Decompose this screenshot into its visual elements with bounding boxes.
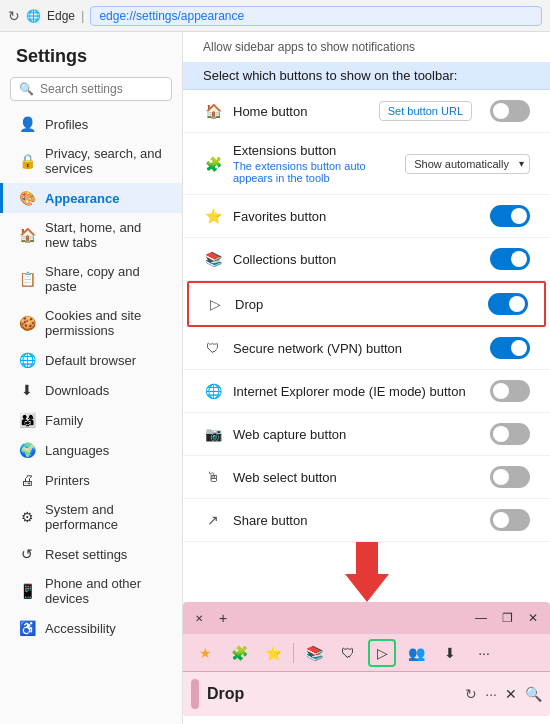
- sidebar-item-cookies[interactable]: 🍪 Cookies and site permissions: [0, 301, 182, 345]
- sidebar-item-start-home[interactable]: 🏠 Start, home, and new tabs: [0, 213, 182, 257]
- web-select-toggle[interactable]: [490, 466, 530, 488]
- sidebar-item-system[interactable]: ⚙ System and performance: [0, 495, 182, 539]
- sidebar-item-label: Accessibility: [45, 621, 116, 636]
- close-button[interactable]: ✕: [524, 611, 542, 625]
- tab-favicon: 🌐: [26, 9, 41, 23]
- sidebar-item-appearance[interactable]: 🎨 Appearance: [0, 183, 182, 213]
- home-button-label: Home button: [233, 104, 369, 119]
- favorites-button-icon: ⭐: [203, 206, 223, 226]
- system-icon: ⚙: [19, 509, 35, 525]
- set-button-url-button[interactable]: Set button URL: [379, 101, 472, 121]
- sidebar-item-privacy[interactable]: 🔒 Privacy, search, and services: [0, 139, 182, 183]
- browser-drop-close-icon[interactable]: ✕: [505, 686, 517, 702]
- extensions-button-sublabel: The extensions button auto appears in th…: [233, 160, 395, 184]
- home-button-row: 🏠 Home button Set button URL: [183, 90, 550, 133]
- restore-button[interactable]: ❐: [498, 611, 516, 625]
- show-auto-dropdown[interactable]: Show automatically: [405, 154, 530, 174]
- sidebar-item-family[interactable]: 👨‍👩‍👧 Family: [0, 405, 182, 435]
- secure-network-row: 🛡 Secure network (VPN) button: [183, 327, 550, 370]
- sidebar-item-profiles[interactable]: 👤 Profiles: [0, 109, 182, 139]
- share-toggle[interactable]: [490, 509, 530, 531]
- web-capture-toggle[interactable]: [490, 423, 530, 445]
- browser-reload-icon[interactable]: ↻: [465, 686, 477, 702]
- toolbar-download-btn[interactable]: ⬇: [436, 639, 464, 667]
- toolbar-favorites-btn[interactable]: ⭐: [259, 639, 287, 667]
- sidebar-item-label: Cookies and site permissions: [45, 308, 166, 338]
- web-capture-label: Web capture button: [233, 427, 480, 442]
- start-home-icon: 🏠: [19, 227, 35, 243]
- refresh-icon[interactable]: ↻: [8, 8, 20, 24]
- browser-scrollbar[interactable]: [191, 679, 199, 709]
- web-select-label: Web select button: [233, 470, 480, 485]
- drop-label: Drop: [235, 297, 478, 312]
- sidebar-item-accessibility[interactable]: ♿ Accessibility: [0, 613, 182, 643]
- browser-tab-close[interactable]: ✕: [191, 610, 207, 626]
- toolbar-collections-btn[interactable]: 📚: [300, 639, 328, 667]
- browser-toolbar: ★ 🧩 ⭐ 📚 🛡 ▷ 👥 ⬇ ···: [183, 634, 550, 672]
- sidebar-item-share[interactable]: 📋 Share, copy and paste: [0, 257, 182, 301]
- toolbar-extensions-btn[interactable]: 🧩: [225, 639, 253, 667]
- sidebar-item-printers[interactable]: 🖨 Printers: [0, 465, 182, 495]
- web-capture-icon: 📷: [203, 424, 223, 444]
- sidebar-item-label: Default browser: [45, 353, 136, 368]
- search-icon: 🔍: [19, 82, 34, 96]
- privacy-icon: 🔒: [19, 153, 35, 169]
- collections-toggle[interactable]: [490, 248, 530, 270]
- toolbar-shield-btn[interactable]: 🛡: [334, 639, 362, 667]
- drop-icon: ▷: [205, 294, 225, 314]
- ie-mode-icon: 🌐: [203, 381, 223, 401]
- browser-ellipsis-icon[interactable]: ···: [485, 686, 497, 702]
- sidebar-item-languages[interactable]: 🌍 Languages: [0, 435, 182, 465]
- sidebar-item-label: Profiles: [45, 117, 88, 132]
- arrow-head: [345, 574, 389, 602]
- secure-network-label: Secure network (VPN) button: [233, 341, 480, 356]
- sidebar-item-label: Appearance: [45, 191, 119, 206]
- address-bar[interactable]: edge://settings/appearance: [90, 6, 542, 26]
- browser-search-icon[interactable]: 🔍: [525, 686, 542, 702]
- sidebar-item-downloads[interactable]: ⬇ Downloads: [0, 375, 182, 405]
- main-layout: Settings 🔍 👤 Profiles 🔒 Privacy, search,…: [0, 32, 550, 724]
- extensions-button-label: Extensions button: [233, 143, 395, 158]
- toolbar-share-btn[interactable]: 👥: [402, 639, 430, 667]
- home-button-icon: 🏠: [203, 101, 223, 121]
- drop-toggle[interactable]: [488, 293, 528, 315]
- reset-icon: ↺: [19, 546, 35, 562]
- sidebar-item-phone[interactable]: 📱 Phone and other devices: [0, 569, 182, 613]
- accessibility-icon: ♿: [19, 620, 35, 636]
- web-select-row: 🖱 Web select button: [183, 456, 550, 499]
- arrow-container: [183, 542, 550, 602]
- extensions-button-icon: 🧩: [203, 154, 223, 174]
- search-box[interactable]: 🔍: [10, 77, 172, 101]
- tab-separator: |: [81, 8, 84, 23]
- share-row-icon: ↗: [203, 510, 223, 530]
- languages-icon: 🌍: [19, 442, 35, 458]
- toolbar-more-btn[interactable]: ···: [470, 639, 498, 667]
- sidebar-item-label: Family: [45, 413, 83, 428]
- secure-network-toggle[interactable]: [490, 337, 530, 359]
- ie-mode-row: 🌐 Internet Explorer mode (IE mode) butto…: [183, 370, 550, 413]
- profiles-icon: 👤: [19, 116, 35, 132]
- search-input[interactable]: [40, 82, 163, 96]
- phone-icon: 📱: [19, 583, 35, 599]
- red-arrow-group: [345, 542, 389, 602]
- sidebar-item-reset[interactable]: ↺ Reset settings: [0, 539, 182, 569]
- minimize-button[interactable]: —: [472, 611, 490, 625]
- share-row: ↗ Share button: [183, 499, 550, 542]
- browser-tab-new[interactable]: +: [215, 610, 231, 626]
- toolbar-star-btn[interactable]: ★: [191, 639, 219, 667]
- favorites-toggle[interactable]: [490, 205, 530, 227]
- ie-mode-toggle[interactable]: [490, 380, 530, 402]
- toolbar-drop-btn[interactable]: ▷: [368, 639, 396, 667]
- default-browser-icon: 🌐: [19, 352, 35, 368]
- toolbar-sep-1: [293, 643, 294, 663]
- settings-title: Settings: [0, 32, 182, 77]
- browser-tabs-bar: ✕ + — ❐ ✕: [183, 602, 550, 634]
- cookies-icon: 🍪: [19, 315, 35, 331]
- secure-network-icon: 🛡: [203, 338, 223, 358]
- sidebar-item-label: Reset settings: [45, 547, 127, 562]
- home-button-toggle[interactable]: [490, 100, 530, 122]
- downloads-icon: ⬇: [19, 382, 35, 398]
- tab-label: Edge: [47, 9, 75, 23]
- browser-content-bar: Drop ↻ ··· ✕ 🔍: [183, 672, 550, 716]
- sidebar-item-default-browser[interactable]: 🌐 Default browser: [0, 345, 182, 375]
